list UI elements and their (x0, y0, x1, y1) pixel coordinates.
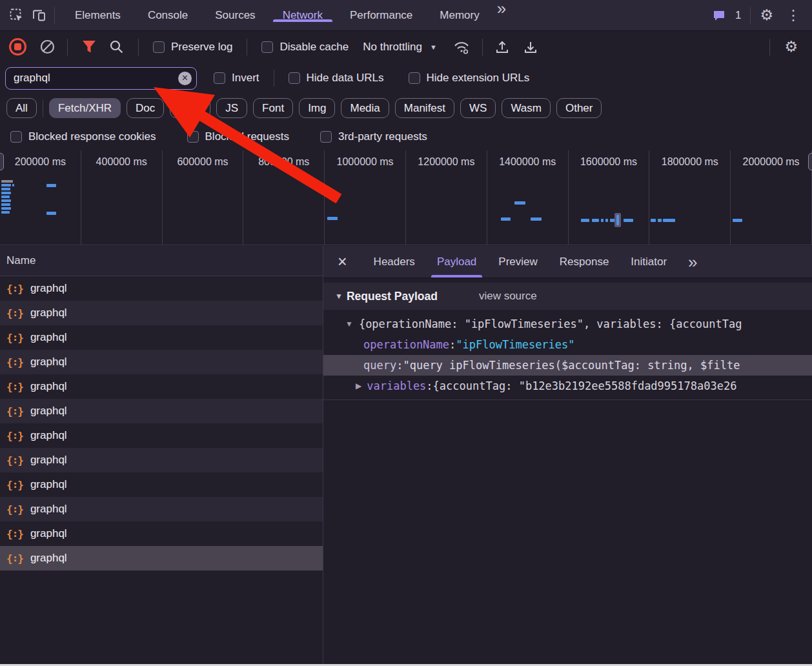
waterfall-bar (1, 203, 10, 206)
detail-tab[interactable]: Headers (363, 246, 426, 278)
waterfall-bar (658, 219, 662, 222)
kebab-menu-icon[interactable]: ⋮ (782, 7, 804, 24)
main-tab[interactable]: Console (134, 9, 201, 22)
timeline-tick: 1800000 ms (649, 150, 731, 245)
main-tab[interactable]: Network (269, 9, 336, 22)
request-row[interactable]: {∶} graphql (0, 301, 323, 325)
timeline-right-handle[interactable] (808, 153, 812, 170)
request-row[interactable]: {∶} graphql (0, 448, 323, 472)
type-chip[interactable]: Media (341, 98, 389, 118)
type-chip[interactable]: Manifest (395, 98, 454, 118)
type-chip[interactable]: Font (253, 98, 293, 118)
timeline-tick: 1000000 ms (325, 150, 406, 245)
preserve-log-checkbox[interactable] (153, 41, 165, 53)
close-icon[interactable]: × (323, 254, 363, 270)
network-conditions-icon[interactable] (452, 39, 471, 55)
more-tabs-icon[interactable]: » (493, 0, 510, 30)
request-row[interactable]: {∶} graphql (0, 276, 323, 301)
inspect-element-icon[interactable] (9, 8, 25, 23)
waterfall-bar (651, 219, 656, 222)
timeline-left-handle[interactable] (0, 153, 4, 170)
issues-count: 1 (735, 9, 741, 22)
waterfall-bar (616, 215, 619, 225)
filter-input[interactable] (5, 67, 197, 90)
waterfall-bar (46, 184, 56, 187)
clear-filter-icon[interactable]: × (178, 72, 192, 85)
request-row[interactable]: {∶} graphql (0, 399, 323, 423)
payload-value: "query ipFlowTimeseries($accountTag: str… (403, 359, 740, 372)
request-name: graphql (30, 552, 67, 565)
option-checkbox[interactable] (320, 131, 332, 143)
request-row[interactable]: {∶} graphql (0, 350, 323, 374)
disable-cache-checkbox[interactable] (261, 41, 273, 53)
issues-message-icon[interactable] (712, 8, 726, 23)
payload-root-row[interactable]: ▼ {operationName: "ipFlowTimeseries", va… (323, 314, 812, 334)
payload-variables-row[interactable]: ▶ variables: {accountTag: "b12e3b2192ee5… (323, 376, 812, 396)
network-settings-gear-icon[interactable]: ⚙ (784, 38, 798, 56)
import-har-icon[interactable] (494, 39, 510, 55)
type-chip[interactable]: Fetch/XHR (49, 98, 121, 118)
type-chip[interactable]: WS (460, 98, 496, 118)
detail-tab[interactable]: Initiator (620, 246, 678, 278)
view-source-link[interactable]: view source (479, 290, 537, 303)
network-overview-timeline[interactable]: 200000 ms 400000 ms 600000 ms 800000 ms … (0, 150, 812, 245)
payload-query-row[interactable]: query: "query ipFlowTimeseries($accountT… (323, 355, 812, 376)
type-chip[interactable]: CSS (170, 98, 210, 118)
record-network-log-button[interactable] (9, 38, 26, 56)
option-checkbox-group[interactable]: Blocked response cookies (10, 130, 156, 143)
divider (54, 7, 55, 24)
xhr-json-icon: {∶} (6, 381, 23, 393)
collapse-triangle-icon[interactable]: ▼ (335, 292, 343, 301)
throttling-dropdown[interactable]: No throttling ▼ (363, 41, 437, 54)
waterfall-bar (624, 219, 633, 222)
type-chip-all[interactable]: All (6, 98, 37, 118)
name-column-header[interactable]: Name (0, 246, 323, 276)
option-checkbox[interactable] (10, 131, 22, 143)
detail-tab[interactable]: Preview (487, 246, 548, 278)
type-chip[interactable]: Other (556, 98, 602, 118)
export-har-icon[interactable] (523, 39, 538, 55)
request-row[interactable]: {∶} graphql (0, 374, 323, 399)
request-row[interactable]: {∶} graphql (0, 546, 323, 570)
filter-funnel-icon[interactable] (82, 40, 96, 54)
xhr-json-icon: {∶} (6, 307, 23, 319)
waterfall-bar (1, 188, 10, 190)
expanded-triangle-icon[interactable]: ▼ (345, 319, 353, 328)
devtools-tab-bar: Elements Console Sources Network Perform… (0, 0, 812, 31)
option-checkbox-group[interactable]: 3rd-party requests (320, 130, 427, 143)
request-name: graphql (30, 527, 67, 540)
hide-extension-urls-checkbox[interactable] (409, 72, 420, 84)
request-row[interactable]: {∶} graphql (0, 497, 323, 521)
clear-network-log-icon[interactable] (39, 39, 56, 55)
request-row[interactable]: {∶} graphql (0, 325, 323, 350)
hide-data-urls-checkbox[interactable] (289, 72, 300, 84)
request-row[interactable]: {∶} graphql (0, 423, 323, 448)
detail-tab[interactable]: Response (549, 246, 620, 278)
detail-tab[interactable]: Payload (426, 246, 487, 278)
main-tab[interactable]: Elements (61, 9, 134, 22)
more-detail-tabs-icon[interactable]: » (684, 254, 701, 270)
request-row[interactable]: {∶} graphql (0, 472, 323, 497)
option-checkbox[interactable] (187, 131, 199, 143)
type-chip[interactable]: JS (216, 98, 247, 118)
collapsed-triangle-icon[interactable]: ▶ (356, 381, 361, 390)
type-chip[interactable]: Doc (127, 98, 164, 118)
waterfall-bar (1, 211, 10, 214)
device-toolbar-icon[interactable] (31, 8, 48, 23)
settings-gear-icon[interactable]: ⚙ (760, 6, 773, 24)
main-tab[interactable]: Performance (336, 9, 426, 22)
search-icon[interactable] (109, 39, 124, 54)
request-payload-section-header[interactable]: ▼ Request Payload view source (323, 283, 812, 310)
invert-checkbox[interactable] (214, 72, 225, 84)
request-row[interactable]: {∶} graphql (0, 521, 323, 546)
xhr-json-icon: {∶} (6, 528, 23, 540)
option-checkbox-group[interactable]: Blocked requests (187, 130, 289, 143)
type-chip[interactable]: Wasm (502, 98, 551, 118)
main-tab[interactable]: Memory (426, 9, 492, 22)
main-tab[interactable]: Sources (201, 9, 269, 22)
type-chip[interactable]: Img (299, 98, 335, 118)
waterfall-bar (581, 219, 589, 222)
waterfall-bar (601, 219, 604, 222)
detail-tab-bar: × Headers Payload Preview Response Initi… (323, 246, 812, 278)
payload-operation-row[interactable]: operationName: "ipFlowTimeseries" (323, 334, 812, 355)
